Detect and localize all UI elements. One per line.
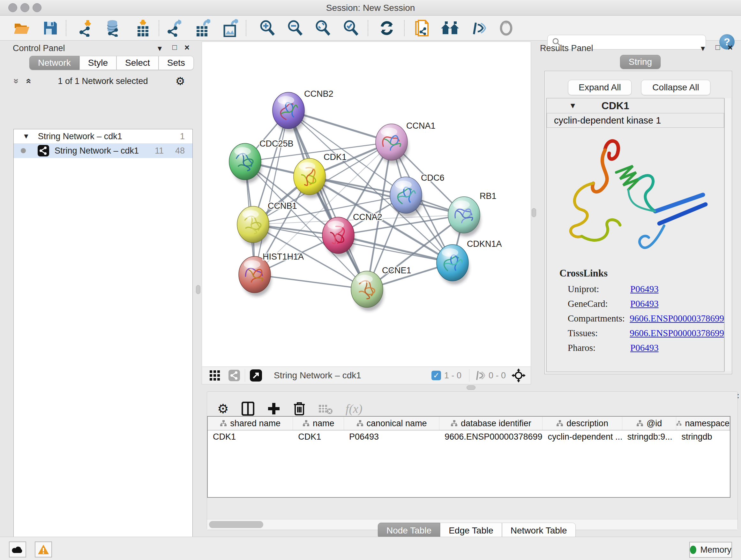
export-table-button[interactable]	[194, 19, 213, 37]
expand-all-networks-icon[interactable]: »	[22, 78, 33, 84]
tree-expand-icon[interactable]: ▼	[23, 132, 30, 140]
add-column-icon[interactable]	[267, 402, 280, 415]
control-panel-collapse-icon[interactable]: ▾	[158, 44, 162, 53]
table-cell[interactable]: P06493	[344, 430, 440, 443]
collapse-all-networks-icon[interactable]: »	[11, 78, 22, 84]
table-cell[interactable]: cyclin-dependent ...	[542, 430, 622, 443]
crosslink-label: Tissues:	[568, 328, 630, 338]
results-panel-float-icon[interactable]: □	[716, 43, 720, 52]
table-cell[interactable]: 9606.ENSP00000378699	[440, 430, 542, 443]
cloud-button[interactable]	[9, 542, 26, 557]
tab-select[interactable]: Select	[117, 56, 158, 70]
open-session-button[interactable]	[12, 19, 31, 37]
share-view-icon[interactable]	[228, 369, 240, 381]
export-network-button[interactable]	[166, 19, 185, 37]
show-columns-icon[interactable]	[242, 401, 254, 416]
table-scrollbar-thumb[interactable]	[209, 521, 263, 528]
refresh-button[interactable]	[377, 19, 396, 37]
table-cell[interactable]: CDK1	[208, 430, 293, 443]
column-header-database-identifier[interactable]: database identifier	[440, 417, 542, 430]
node-label-CDKN1A: CDKN1A	[467, 239, 502, 249]
column-header-@id[interactable]: @id	[622, 417, 677, 430]
control-panel-close-icon[interactable]: ×	[185, 44, 190, 52]
crosshair-icon[interactable]	[512, 368, 526, 382]
tab-edge-table[interactable]: Edge Table	[440, 523, 502, 539]
control-panel-tabs: Network Style Select Sets	[29, 56, 194, 70]
left-splitter-grip[interactable]	[196, 285, 200, 294]
control-panel-float-icon[interactable]: □	[172, 43, 177, 52]
column-header-canonical-name[interactable]: canonical name	[344, 417, 440, 430]
table-cell[interactable]: stringdb:9...	[622, 430, 677, 443]
network-canvas[interactable]: CCNB2CCNA1CDC25BCDK1CDC6RB1CCNB1CCNA2CDK…	[202, 42, 531, 367]
edge-CCNB2-CCNE1[interactable]	[288, 111, 367, 289]
node-CCNB1[interactable]	[237, 206, 270, 246]
column-header-shared-name[interactable]: shared name	[208, 417, 293, 430]
string-home-button[interactable]	[441, 19, 460, 37]
table-cell[interactable]: CDK1	[293, 430, 344, 443]
save-floppy-icon	[43, 20, 58, 36]
node-RB1[interactable]	[448, 197, 481, 237]
selected-checkbox-icon[interactable]: ✓	[431, 371, 441, 380]
tab-node-table[interactable]: Node Table	[378, 523, 440, 539]
results-panel-collapse-icon[interactable]: ▾	[701, 44, 705, 53]
table-cell[interactable]: stringdb	[676, 430, 730, 443]
crosslink-link[interactable]: P06493	[630, 284, 659, 294]
tab-network-table[interactable]: Network Table	[502, 523, 576, 539]
zoom-out-button[interactable]	[286, 19, 305, 37]
memory-button[interactable]: Memory	[689, 542, 732, 558]
column-header-description[interactable]: description	[542, 417, 622, 430]
node-HIST1H1A[interactable]	[239, 256, 271, 296]
node-CDKN1A[interactable]	[436, 245, 469, 285]
import-network-database-button[interactable]	[104, 19, 123, 37]
protein-collapse-icon[interactable]: ▼	[569, 101, 577, 110]
collection-name: String Network – cdk1	[38, 132, 122, 141]
birdseye-view-button[interactable]	[496, 19, 516, 37]
network-row-selected[interactable]: String Network – cdk1 11 48	[14, 143, 192, 158]
hide-graphics-details-button[interactable]	[468, 19, 488, 37]
import-network-file-button[interactable]	[77, 19, 96, 37]
node-label-HIST1H1A: HIST1H1A	[263, 252, 304, 261]
network-collection-row[interactable]: ▼ String Network – cdk1 1	[14, 129, 192, 143]
node-CDC25B[interactable]	[229, 143, 262, 183]
node-CCNB2[interactable]	[273, 92, 305, 132]
collapse-all-button[interactable]: Collapse All	[641, 80, 711, 95]
edge-CCNA2-CDKN1A[interactable]	[338, 235, 453, 263]
node-CDK1[interactable]	[293, 159, 326, 198]
crosslink-link[interactable]: P06493	[630, 299, 659, 309]
delete-column-icon[interactable]	[293, 401, 306, 416]
protein-card-header[interactable]: ▼ CDK1	[547, 98, 724, 113]
node-CCNA2[interactable]	[322, 217, 355, 257]
tab-string[interactable]: String	[620, 55, 661, 69]
network-from-clipboard-button[interactable]	[412, 19, 431, 37]
detach-view-icon[interactable]	[250, 369, 262, 382]
table-row[interactable]: CDK1CDK1P064939606.ENSP00000378699cyclin…	[208, 430, 730, 443]
crosslink-link[interactable]: 9606.ENSP00000378699	[630, 328, 724, 338]
table-header-row: shared namenamecanonical namedatabase id…	[208, 417, 730, 430]
crosslink-link[interactable]: 9606.ENSP00000378699	[630, 313, 724, 324]
selected-counts: 1 - 0	[444, 371, 461, 381]
node-CCNA1[interactable]	[376, 124, 408, 164]
results-scrollbar[interactable]	[724, 98, 731, 371]
expand-all-button[interactable]: Expand All	[568, 80, 631, 95]
crosslink-link[interactable]: P06493	[630, 343, 659, 353]
table-settings-gear-icon[interactable]: ⚙	[217, 402, 229, 415]
warnings-button[interactable]	[35, 542, 52, 557]
network-options-gear-icon[interactable]: ⚙	[176, 75, 185, 87]
results-panel-close-icon[interactable]: ×	[728, 44, 733, 52]
export-image-button[interactable]	[221, 19, 241, 37]
save-session-button[interactable]	[41, 19, 60, 37]
tab-network[interactable]: Network	[29, 56, 79, 70]
tab-sets[interactable]: Sets	[158, 56, 194, 70]
node-CDC6[interactable]	[390, 177, 422, 217]
zoom-in-button[interactable]	[258, 19, 277, 37]
import-table-button[interactable]	[133, 19, 152, 37]
zoom-selected-button[interactable]	[341, 19, 360, 37]
network-graph[interactable]: CCNB2CCNA1CDC25BCDK1CDC6RB1CCNB1CCNA2CDK…	[202, 42, 531, 367]
column-header-name[interactable]: name	[293, 417, 344, 430]
node-CCNE1[interactable]	[351, 271, 384, 311]
tab-style[interactable]: Style	[79, 56, 117, 70]
zoom-fit-button[interactable]	[313, 19, 333, 37]
edge-HIST1H1A-CCNE1[interactable]	[255, 274, 367, 289]
grid-view-icon[interactable]	[209, 370, 220, 381]
column-header-namespace[interactable]: namespace	[676, 417, 730, 430]
